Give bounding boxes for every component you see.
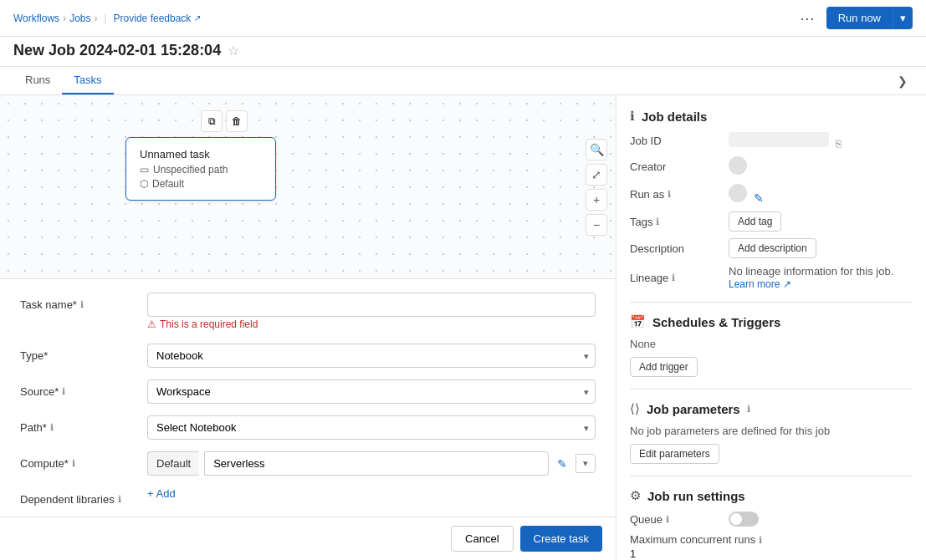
compute-control: Default Serverless ✎ ▾: [147, 451, 596, 476]
job-details-icon: ℹ: [630, 109, 635, 124]
creator-avatar: [729, 156, 747, 175]
type-label: Type*: [20, 344, 137, 362]
task-card-path-row: ▭ Unspecified path: [140, 164, 262, 176]
breadcrumb-workflows[interactable]: Workflows: [13, 13, 59, 24]
job-run-settings-title: Job run settings: [647, 489, 745, 503]
task-card-delete-button[interactable]: 🗑: [226, 110, 248, 132]
queue-toggle-knob: [730, 513, 742, 525]
compute-edit-button[interactable]: ✎: [554, 454, 570, 474]
canvas-fullscreen-button[interactable]: ⤢: [586, 164, 607, 186]
tabs-row: Runs Tasks ❯: [0, 67, 926, 95]
type-select[interactable]: Notebook: [147, 344, 596, 368]
code-icon: ⟨⟩: [630, 401, 640, 416]
dep-libraries-info-icon: ℹ: [118, 494, 121, 505]
breadcrumb-sep-1: ›: [63, 13, 66, 24]
task-name-row: Task name* ℹ ⚠ This is a required field: [20, 293, 596, 332]
compute-select[interactable]: Serverless: [204, 451, 549, 476]
run-as-row: Run as ℹ ✎: [630, 184, 913, 205]
cancel-button[interactable]: Cancel: [451, 526, 513, 552]
job-params-info-icon: ℹ: [747, 404, 750, 415]
form-area: Task name* ℹ ⚠ This is a required field …: [0, 279, 616, 517]
main-layout: ⧉ 🗑 Unnamed task ▭ Unspecified path ⬡ De…: [0, 95, 926, 560]
run-now-button[interactable]: Run now: [826, 7, 893, 29]
lineage-text: No lineage information for this job.: [729, 265, 913, 277]
lineage-value: No lineage information for this job. Lea…: [729, 265, 913, 290]
add-description-button[interactable]: Add description: [729, 238, 816, 258]
queue-toggle-switch[interactable]: [729, 512, 759, 527]
top-bar: Workflows › Jobs › | Provide feedback ↗ …: [0, 0, 926, 37]
run-now-caret-button[interactable]: ▾: [893, 7, 913, 29]
max-concurrent-info-icon: ℹ: [759, 535, 762, 545]
schedules-header: 📅 Schedules & Triggers: [630, 314, 913, 329]
canvas-zoom-out-button[interactable]: −: [586, 214, 607, 236]
task-card-copy-button[interactable]: ⧉: [201, 110, 223, 132]
canvas-search-button[interactable]: 🔍: [586, 139, 607, 160]
lineage-row: Lineage ℹ No lineage information for thi…: [630, 265, 913, 290]
divider-3: [630, 476, 913, 476]
compute-prefix: Default: [147, 451, 199, 476]
canvas-controls: 🔍 ⤢ + −: [586, 139, 607, 236]
breadcrumb-divider: |: [104, 13, 106, 24]
source-select[interactable]: Workspace: [147, 379, 596, 404]
breadcrumb-feedback[interactable]: Provide feedback: [114, 13, 192, 24]
task-card-actions: ⧉ 🗑: [201, 110, 248, 132]
dep-libraries-add-button[interactable]: + Add: [147, 487, 176, 500]
edit-parameters-button[interactable]: Edit parameters: [630, 444, 719, 464]
description-row: Description Add description: [630, 238, 913, 258]
lineage-info-icon: ℹ: [672, 272, 675, 283]
schedules-title: Schedules & Triggers: [652, 315, 780, 329]
path-select[interactable]: Select Notebook: [147, 415, 596, 440]
task-name-input[interactable]: [147, 293, 596, 317]
tab-collapse-button[interactable]: ❯: [893, 71, 913, 91]
star-icon[interactable]: ☆: [228, 43, 239, 59]
breadcrumb-jobs[interactable]: Jobs: [69, 13, 90, 24]
job-id-value: ⎘: [729, 132, 913, 150]
task-card[interactable]: Unnamed task ▭ Unspecified path ⬡ Defaul…: [125, 137, 276, 201]
description-value: Add description: [729, 238, 913, 258]
run-as-label: Run as ℹ: [630, 188, 722, 201]
source-info-icon: ℹ: [62, 386, 65, 397]
tab-runs[interactable]: Runs: [13, 67, 62, 94]
source-label: Source* ℹ: [20, 379, 137, 398]
run-as-value: ✎: [729, 184, 913, 205]
job-run-settings-header: ⚙ Job run settings: [630, 488, 913, 503]
path-control: Select Notebook ▾: [147, 415, 596, 440]
dep-libraries-row: Dependent libraries ℹ + Add: [20, 487, 596, 506]
compute-caret-button[interactable]: ▾: [576, 454, 596, 473]
compute-select-wrap: Serverless: [204, 451, 549, 476]
schedule-icon: 📅: [630, 314, 646, 329]
cluster-icon: ⬡: [140, 178, 148, 190]
queue-row: Queue ℹ: [630, 512, 913, 527]
task-card-cluster-row: ⬡ Default: [140, 178, 262, 190]
queue-label: Queue ℹ: [630, 513, 722, 526]
type-row: Type* Notebook ▾: [20, 344, 596, 368]
source-row: Source* ℹ Workspace ▾: [20, 379, 596, 404]
run-as-avatar: [729, 184, 747, 202]
job-params-title: Job parameters: [647, 402, 740, 416]
task-name-label: Task name* ℹ: [20, 293, 137, 311]
run-as-info-icon: ℹ: [668, 189, 671, 200]
external-link-icon: ↗: [194, 13, 201, 23]
copy-job-id-icon[interactable]: ⎘: [836, 138, 842, 150]
create-task-button[interactable]: Create task: [520, 526, 602, 552]
path-row: Path* ℹ Select Notebook ▾: [20, 415, 596, 440]
error-icon: ⚠: [147, 318, 156, 330]
add-tag-button[interactable]: Add tag: [729, 211, 781, 232]
run-as-edit-icon[interactable]: ✎: [754, 191, 764, 205]
max-concurrent-label: Maximum concurrent runs ℹ: [630, 533, 913, 546]
task-card-title: Unnamed task: [140, 148, 262, 160]
creator-value: [729, 156, 913, 177]
job-params-header: ⟨⟩ Job parameters ℹ: [630, 401, 913, 416]
job-id-row: Job ID ⎘: [630, 132, 913, 150]
add-trigger-button[interactable]: Add trigger: [630, 357, 698, 377]
kebab-menu-button[interactable]: ⋯: [795, 8, 820, 29]
divider-2: [630, 389, 913, 389]
creator-label: Creator: [630, 160, 722, 173]
dep-libraries-label: Dependent libraries ℹ: [20, 487, 137, 506]
job-details-title: Job details: [642, 109, 707, 124]
canvas-zoom-in-button[interactable]: +: [586, 189, 607, 211]
tab-tasks[interactable]: Tasks: [62, 67, 113, 94]
job-details-header: ℹ Job details: [630, 109, 913, 124]
lineage-learn-more-link[interactable]: Learn more ↗: [729, 278, 791, 290]
bottom-bar: Cancel Create task: [0, 517, 616, 560]
